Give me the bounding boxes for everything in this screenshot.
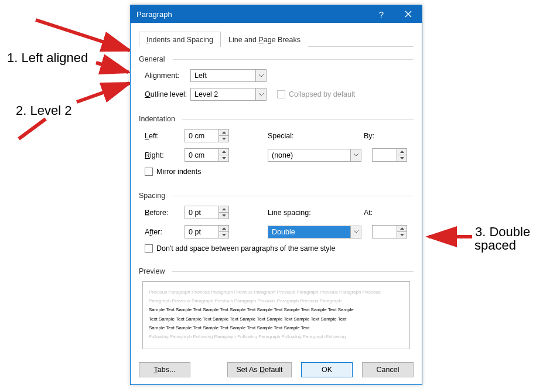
special-label: Special: bbox=[268, 132, 333, 140]
paragraph-dialog: Paragraph ? Indents and Spacing Line and… bbox=[130, 5, 422, 385]
alignment-select[interactable]: Left bbox=[190, 69, 267, 82]
svg-line-3 bbox=[19, 119, 46, 139]
legend-preview: Preview bbox=[139, 267, 414, 275]
arrow-3 bbox=[426, 233, 474, 244]
at-value bbox=[373, 226, 397, 238]
tab-indents-spacing[interactable]: Indents and Spacing bbox=[139, 32, 221, 47]
indent-right-value: 0 cm bbox=[185, 149, 218, 161]
spin-down-icon[interactable] bbox=[397, 155, 407, 161]
legend-spacing: Spacing bbox=[139, 192, 414, 200]
spin-down-icon[interactable] bbox=[219, 213, 228, 219]
indent-left-label: Left: bbox=[139, 132, 185, 140]
after-label: After: bbox=[139, 228, 185, 236]
ok-button[interactable]: OK bbox=[301, 362, 353, 377]
special-select[interactable]: (none) bbox=[268, 149, 361, 162]
mirror-label: Mirror indents bbox=[156, 168, 201, 176]
group-spacing: Spacing Before: 0 pt Line spacing: At: A… bbox=[139, 192, 414, 254]
group-indentation: Indentation Left: 0 cm Special: By: Righ… bbox=[139, 115, 414, 178]
line-spacing-label: Line spacing: bbox=[268, 209, 333, 217]
line-spacing-select[interactable]: Double bbox=[268, 226, 361, 238]
alignment-label: Alignment: bbox=[139, 71, 190, 80]
chevron-down-icon[interactable] bbox=[255, 88, 266, 100]
arrow-1b bbox=[96, 63, 132, 78]
titlebar: Paragraph ? bbox=[131, 5, 422, 23]
arrow-1a bbox=[36, 20, 133, 56]
indent-left-value: 0 cm bbox=[185, 129, 218, 142]
spin-up-icon[interactable] bbox=[219, 129, 228, 136]
indent-right-spinner[interactable]: 0 cm bbox=[185, 148, 229, 162]
spin-up-icon[interactable] bbox=[219, 149, 228, 155]
by-spinner[interactable] bbox=[372, 148, 407, 162]
collapsed-checkbox: Collapsed by default bbox=[277, 90, 355, 98]
legend-indent: Indentation bbox=[139, 115, 414, 123]
close-icon bbox=[405, 11, 412, 18]
question-icon: ? bbox=[379, 9, 384, 19]
before-label: Before: bbox=[139, 209, 185, 217]
svg-line-1 bbox=[96, 63, 128, 72]
spin-up-icon[interactable] bbox=[219, 226, 228, 232]
by-value bbox=[373, 149, 397, 161]
group-preview: Preview Previous Paragraph Previous Para… bbox=[139, 267, 414, 349]
checkbox-box[interactable] bbox=[145, 168, 153, 176]
spin-down-icon[interactable] bbox=[219, 155, 228, 161]
line-spacing-value: Double bbox=[268, 226, 350, 238]
button-bar: Tabs... Set As Default OK Cancel bbox=[131, 356, 422, 386]
preview-sample-2: Text Sample Text Sample Text Sample Text… bbox=[149, 315, 404, 323]
tabs-button[interactable]: Tabs... bbox=[139, 362, 190, 377]
outline-value: Level 2 bbox=[191, 88, 255, 100]
no-space-checkbox[interactable]: Don't add space between paragraphs of th… bbox=[139, 244, 335, 253]
preview-ghost-after: Following Paragraph Following Paragraph … bbox=[149, 332, 404, 341]
at-label: At: bbox=[364, 209, 399, 217]
cancel-button[interactable]: Cancel bbox=[362, 362, 414, 377]
close-button[interactable] bbox=[395, 5, 422, 23]
collapsed-label: Collapsed by default bbox=[289, 90, 355, 98]
mirror-indents-checkbox[interactable]: Mirror indents bbox=[139, 168, 201, 176]
preview-sample-1: Sample Text Sample Text Sample Text Samp… bbox=[149, 305, 404, 314]
chevron-down-icon[interactable] bbox=[350, 226, 361, 238]
svg-line-0 bbox=[36, 20, 129, 50]
tab-bar: Indents and Spacing Line and Page Breaks bbox=[139, 31, 414, 47]
help-button[interactable]: ? bbox=[368, 5, 395, 23]
set-default-button[interactable]: Set As Default bbox=[227, 362, 292, 377]
before-spinner[interactable]: 0 pt bbox=[185, 206, 229, 219]
tab-line-page-breaks[interactable]: Line and Page Breaks bbox=[221, 32, 308, 47]
spin-down-icon[interactable] bbox=[219, 136, 228, 142]
preview-ghost-before: Previous Paragraph Previous Paragraph Pr… bbox=[149, 288, 404, 305]
legend-general: General bbox=[139, 55, 414, 63]
checkbox-box[interactable] bbox=[145, 244, 153, 253]
spin-up-icon[interactable] bbox=[219, 206, 228, 213]
svg-line-2 bbox=[77, 83, 129, 102]
indent-left-spinner[interactable]: 0 cm bbox=[185, 129, 229, 142]
outline-label: Outline level: bbox=[139, 90, 190, 98]
no-space-label: Don't add space between paragraphs of th… bbox=[156, 244, 335, 253]
alignment-value: Left bbox=[191, 70, 255, 81]
annotation-3-line2: spaced bbox=[474, 238, 516, 253]
after-spinner[interactable]: 0 pt bbox=[185, 225, 229, 238]
by-label: By: bbox=[364, 132, 399, 140]
chevron-down-icon[interactable] bbox=[255, 70, 266, 81]
special-value: (none) bbox=[268, 149, 350, 161]
indent-right-label: Right: bbox=[139, 151, 185, 159]
spin-down-icon[interactable] bbox=[397, 232, 407, 238]
spin-up-icon[interactable] bbox=[397, 149, 407, 155]
group-general: General Alignment: Left Outline level: L… bbox=[139, 55, 414, 101]
before-value: 0 pt bbox=[185, 206, 218, 219]
spin-up-icon[interactable] bbox=[397, 226, 407, 232]
at-spinner[interactable] bbox=[372, 225, 407, 238]
chevron-down-icon[interactable] bbox=[350, 149, 361, 161]
outline-select[interactable]: Level 2 bbox=[190, 88, 267, 101]
preview-box: Previous Paragraph Previous Paragraph Pr… bbox=[142, 281, 410, 349]
dialog-title: Paragraph bbox=[136, 10, 368, 19]
spin-down-icon[interactable] bbox=[219, 232, 228, 238]
checkbox-box bbox=[277, 90, 285, 98]
preview-sample-3: Sample Text Sample Text Sample Text Samp… bbox=[149, 323, 404, 332]
annotation-2: 2. Level 2 bbox=[16, 103, 71, 118]
arrow-2 bbox=[77, 81, 133, 107]
arrow-2b bbox=[16, 119, 49, 145]
after-value: 0 pt bbox=[185, 226, 218, 238]
